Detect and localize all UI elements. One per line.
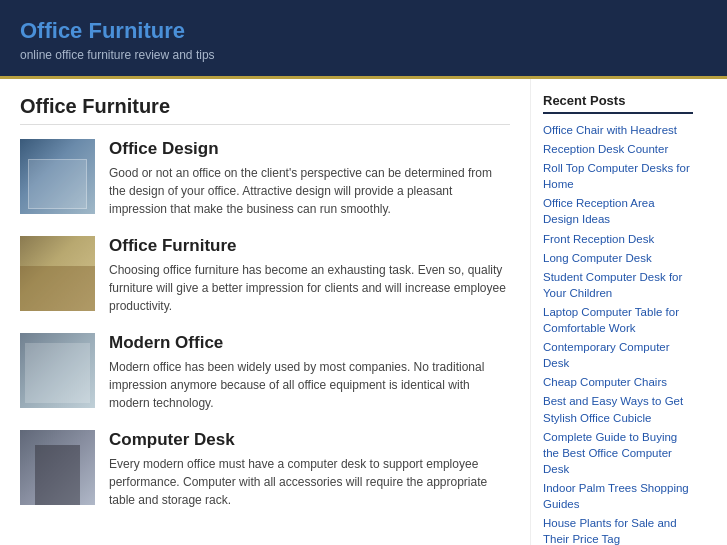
sidebar-link-2[interactable]: Roll Top Computer Desks for Home xyxy=(543,162,690,190)
post-title-office-furniture[interactable]: Office Furniture xyxy=(109,236,510,256)
sidebar-link-item: Office Chair with Headrest xyxy=(543,122,693,138)
sidebar-link-item: Contemporary Computer Desk xyxy=(543,339,693,371)
site-tagline: online office furniture review and tips xyxy=(20,48,707,62)
sidebar-link-item: Front Reception Desk xyxy=(543,231,693,247)
post-body-modern-office: Modern Office Modern office has been wid… xyxy=(109,333,510,412)
post-thumbnail-modern-office xyxy=(20,333,95,408)
sidebar-link-item: Complete Guide to Buying the Best Office… xyxy=(543,429,693,477)
sidebar-link-item: Indoor Palm Trees Shopping Guides xyxy=(543,480,693,512)
sidebar-link-10[interactable]: Best and Easy Ways to Get Stylish Office… xyxy=(543,395,683,423)
post-item-office-design: Office Design Good or not an office on t… xyxy=(20,139,510,218)
sidebar-link-item: Long Computer Desk xyxy=(543,250,693,266)
post-thumbnail-office-design xyxy=(20,139,95,214)
sidebar-link-12[interactable]: Indoor Palm Trees Shopping Guides xyxy=(543,482,689,510)
sidebar: Recent Posts Office Chair with HeadrestR… xyxy=(530,79,705,545)
sidebar-link-item: Best and Easy Ways to Get Stylish Office… xyxy=(543,393,693,425)
post-excerpt-office-furniture: Choosing office furniture has become an … xyxy=(109,261,510,315)
post-body-office-design: Office Design Good or not an office on t… xyxy=(109,139,510,218)
sidebar-link-item: Office Reception Area Design Ideas xyxy=(543,195,693,227)
sidebar-link-3[interactable]: Office Reception Area Design Ideas xyxy=(543,197,655,225)
sidebar-link-item: Roll Top Computer Desks for Home xyxy=(543,160,693,192)
sidebar-link-item: Laptop Computer Table for Comfortable Wo… xyxy=(543,304,693,336)
sidebar-link-11[interactable]: Complete Guide to Buying the Best Office… xyxy=(543,431,677,475)
sidebar-link-0[interactable]: Office Chair with Headrest xyxy=(543,124,677,136)
post-excerpt-office-design: Good or not an office on the client's pe… xyxy=(109,164,510,218)
post-title-office-design[interactable]: Office Design xyxy=(109,139,510,159)
post-title-computer-desk[interactable]: Computer Desk xyxy=(109,430,510,450)
sidebar-link-item: Student Computer Desk for Your Children xyxy=(543,269,693,301)
post-excerpt-modern-office: Modern office has been widely used by mo… xyxy=(109,358,510,412)
post-title-modern-office[interactable]: Modern Office xyxy=(109,333,510,353)
sidebar-link-4[interactable]: Front Reception Desk xyxy=(543,233,654,245)
post-item-computer-desk: Computer Desk Every modern office must h… xyxy=(20,430,510,509)
post-thumbnail-computer-desk xyxy=(20,430,95,505)
post-item-office-furniture: Office Furniture Choosing office furnitu… xyxy=(20,236,510,315)
posts-container: Office Design Good or not an office on t… xyxy=(20,139,510,509)
sidebar-link-7[interactable]: Laptop Computer Table for Comfortable Wo… xyxy=(543,306,679,334)
page-title: Office Furniture xyxy=(20,95,510,125)
post-excerpt-computer-desk: Every modern office must have a computer… xyxy=(109,455,510,509)
main-layout: Office Furniture Office Design Good or n… xyxy=(0,79,727,545)
sidebar-link-item: Cheap Computer Chairs xyxy=(543,374,693,390)
post-body-computer-desk: Computer Desk Every modern office must h… xyxy=(109,430,510,509)
recent-posts-title: Recent Posts xyxy=(543,93,693,114)
sidebar-link-item: House Plants for Sale and Their Price Ta… xyxy=(543,515,693,545)
main-content: Office Furniture Office Design Good or n… xyxy=(0,79,530,545)
post-body-office-furniture: Office Furniture Choosing office furnitu… xyxy=(109,236,510,315)
sidebar-link-9[interactable]: Cheap Computer Chairs xyxy=(543,376,667,388)
sidebar-link-8[interactable]: Contemporary Computer Desk xyxy=(543,341,670,369)
post-thumbnail-office-furniture xyxy=(20,236,95,311)
post-item-modern-office: Modern Office Modern office has been wid… xyxy=(20,333,510,412)
site-title[interactable]: Office Furniture xyxy=(20,18,185,43)
site-header: Office Furniture online office furniture… xyxy=(0,0,727,76)
sidebar-link-13[interactable]: House Plants for Sale and Their Price Ta… xyxy=(543,517,677,545)
sidebar-link-6[interactable]: Student Computer Desk for Your Children xyxy=(543,271,682,299)
sidebar-links-list: Office Chair with HeadrestReception Desk… xyxy=(543,122,693,545)
sidebar-link-5[interactable]: Long Computer Desk xyxy=(543,252,652,264)
sidebar-link-1[interactable]: Reception Desk Counter xyxy=(543,143,668,155)
sidebar-link-item: Reception Desk Counter xyxy=(543,141,693,157)
